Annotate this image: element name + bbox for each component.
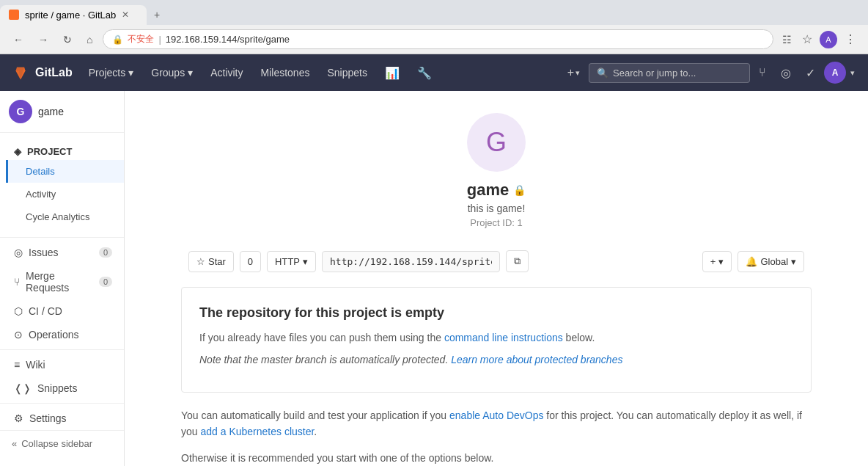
lock-icon: 🔒 xyxy=(112,34,123,45)
add-kubernetes-link[interactable]: add a Kubernetes cluster xyxy=(200,426,314,437)
sidebar-section-project: ◈ Project Details Activity Cycle Analyti… xyxy=(0,133,124,234)
repo-toolbar: ☆ Star 0 HTTP ▾ ⧉ + ▾ 🔔 xyxy=(181,250,812,272)
global-search[interactable]: 🔍 Search or jump to... xyxy=(589,63,750,83)
enable-auto-devops-link[interactable]: enable Auto DevOps xyxy=(449,409,543,421)
sidebar-item-wiki[interactable]: ≡ Wiki xyxy=(0,353,124,376)
sidebar-divider-2 xyxy=(0,349,124,350)
refresh-button[interactable]: ↻ xyxy=(59,31,76,48)
http-clone-dropdown[interactable]: HTTP ▾ xyxy=(267,251,316,272)
wrench-nav-button[interactable]: 🔧 xyxy=(410,62,439,84)
sidebar-item-cycle-analytics[interactable]: Cycle Analytics xyxy=(6,205,124,228)
sidebar-project-header: G game xyxy=(0,91,124,133)
sidebar-item-activity[interactable]: Activity xyxy=(6,183,124,205)
auto-devops-para: You can automatically build and test you… xyxy=(181,407,812,440)
operations-icon: ⊙ xyxy=(14,329,23,341)
sidebar-item-operations[interactable]: ⊙ Operations xyxy=(0,323,124,346)
sidebar-item-snippets[interactable]: ❬❭ Snippets xyxy=(0,376,124,400)
gitlab-logo[interactable]: GitLab xyxy=(12,64,73,81)
gitlab-logo-icon xyxy=(12,64,29,81)
bookmark-button[interactable]: ☆ xyxy=(799,29,815,49)
plus-action-dropdown[interactable]: + ▾ xyxy=(702,251,732,272)
empty-repo-title: The repository for this project is empty xyxy=(199,305,793,321)
groups-nav-label: Groups xyxy=(151,67,185,79)
search-placeholder: Search or jump to... xyxy=(613,68,696,79)
milestones-nav-button[interactable]: Milestones xyxy=(254,62,317,83)
collapse-label: Collapse sidebar xyxy=(21,438,92,449)
plus-action-arrow: ▾ xyxy=(718,256,724,267)
command-line-link[interactable]: command line instructions xyxy=(444,332,563,343)
address-input[interactable] xyxy=(166,34,764,45)
projects-nav-button[interactable]: Projects ▾ xyxy=(81,62,141,83)
sidebar-item-ci-cd[interactable]: ⬡ CI / CD xyxy=(0,299,124,323)
auto-devops-end: . xyxy=(314,426,317,437)
star-label: Star xyxy=(208,256,226,267)
sidebar-item-merge-requests[interactable]: ⑂ Merge Requests 0 xyxy=(0,264,124,299)
protected-branches-link[interactable]: Learn more about protected branches xyxy=(451,354,622,365)
star-button[interactable]: ☆ Star xyxy=(188,251,234,272)
browser-action-buttons: ☷ ☆ A ⋮ xyxy=(779,29,859,49)
gitlab-logo-text: GitLab xyxy=(35,66,73,79)
sidebar-item-settings[interactable]: ⚙ Settings xyxy=(0,407,124,430)
empty-repo-para1: If you already have files you can push t… xyxy=(199,330,793,346)
sidebar-item-issues[interactable]: ◎ Issues 0 xyxy=(0,241,124,264)
user-profile-button[interactable]: A xyxy=(820,31,837,48)
copy-clone-url-button[interactable]: ⧉ xyxy=(506,250,529,272)
sidebar-section-project-header: ◈ Project xyxy=(0,139,124,160)
sidebar-project-subitems: Details Activity Cycle Analytics xyxy=(0,160,124,228)
plus-new-button[interactable]: + ▾ xyxy=(562,62,586,83)
projects-nav-label: Projects xyxy=(89,67,126,79)
settings-label: Settings xyxy=(29,412,67,424)
issues-badge: 0 xyxy=(99,247,112,258)
http-label: HTTP xyxy=(275,256,300,267)
home-button[interactable]: ⌂ xyxy=(82,31,97,48)
plus-action-icon: + xyxy=(710,256,716,267)
new-tab-button[interactable]: + xyxy=(147,4,167,25)
forward-button[interactable]: → xyxy=(34,31,53,48)
clone-url-input[interactable] xyxy=(322,251,500,272)
http-dropdown-arrow: ▾ xyxy=(303,256,308,267)
snippets-label: Snippets xyxy=(37,382,77,394)
issues-nav-icon[interactable]: ◎ xyxy=(775,62,797,84)
operations-label: Operations xyxy=(29,329,78,341)
collapse-sidebar-button[interactable]: « Collapse sidebar xyxy=(0,430,124,456)
browser-chrome: sprite / game · GitLab ✕ + ← → ↻ ⌂ 🔒 不安全… xyxy=(0,0,868,54)
tab-close-button[interactable]: ✕ xyxy=(122,10,129,20)
star-count: 0 xyxy=(240,251,261,272)
snippets-nav-button[interactable]: Snippets xyxy=(320,62,374,83)
project-lock-icon: 🔒 xyxy=(513,184,526,196)
project-avatar-large: G xyxy=(467,113,526,172)
user-menu-arrow[interactable]: ▾ xyxy=(849,67,856,79)
main-content: G game 🔒 this is game! Project ID: 1 ☆ S… xyxy=(125,91,868,466)
sidebar: G game ◈ Project Details Activity Cycle … xyxy=(0,91,125,466)
merge-requests-badge: 0 xyxy=(99,277,112,287)
activity-nav-button[interactable]: Activity xyxy=(203,62,250,83)
sidebar-project-name: game xyxy=(38,106,64,117)
project-header: G game 🔒 this is game! Project ID: 1 xyxy=(181,113,812,228)
address-bar[interactable]: 🔒 不安全 | xyxy=(103,29,773,49)
extensions-button[interactable]: ☷ xyxy=(779,31,795,48)
menu-button[interactable]: ⋮ xyxy=(842,29,859,49)
todos-nav-icon[interactable]: ✓ xyxy=(800,62,821,84)
groups-nav-button[interactable]: Groups ▾ xyxy=(144,62,200,83)
chart-nav-button[interactable]: 📊 xyxy=(378,62,407,84)
merge-requests-nav-icon[interactable]: ⑂ xyxy=(753,62,772,83)
options-below-para: Otherwise it is recommended you start wi… xyxy=(181,452,812,464)
notification-dropdown[interactable]: 🔔 Global ▾ xyxy=(738,251,804,272)
sidebar-divider-1 xyxy=(0,237,124,238)
wiki-icon: ≡ xyxy=(14,359,20,371)
sidebar-item-details[interactable]: Details xyxy=(6,160,124,183)
wiki-label: Wiki xyxy=(26,359,45,371)
para1-after: below. xyxy=(563,332,595,343)
projects-nav-arrow: ▾ xyxy=(128,67,133,79)
active-tab: sprite / game · GitLab ✕ xyxy=(0,5,147,25)
gitlab-navbar: GitLab Projects ▾ Groups ▾ Activity Mile… xyxy=(0,54,868,91)
back-button[interactable]: ← xyxy=(9,31,28,48)
cycle-analytics-label: Cycle Analytics xyxy=(26,211,89,222)
issues-icon: ◎ xyxy=(14,247,23,258)
browser-tabs: sprite / game · GitLab ✕ + xyxy=(0,0,868,25)
para1-before: If you already have files you can push t… xyxy=(199,332,444,343)
sidebar-project-avatar: G xyxy=(9,100,32,123)
project-title: game 🔒 xyxy=(181,181,812,200)
user-avatar-nav[interactable]: A xyxy=(824,62,846,84)
empty-repo-para2: Note that the master branch is automatic… xyxy=(199,352,793,368)
